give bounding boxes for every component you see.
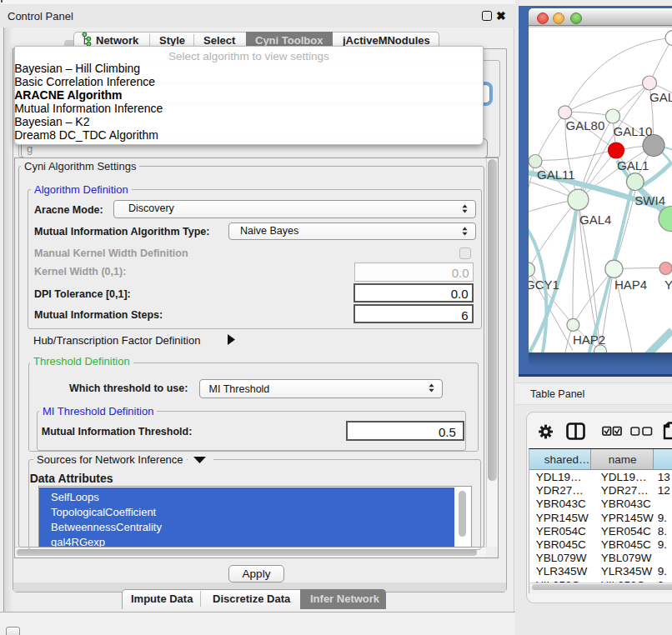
svg-text:GAL10: GAL10 [614, 123, 653, 138]
svg-text:GAL4: GAL4 [579, 212, 611, 226]
svg-text:GAL1: GAL1 [617, 158, 649, 172]
svg-text:GCY1: GCY1 [529, 278, 559, 292]
svg-text:GAL80: GAL80 [566, 118, 605, 132]
svg-text:HAP4: HAP4 [614, 277, 647, 291]
svg-text:HAP2: HAP2 [573, 332, 605, 347]
svg-text:SWI4: SWI4 [634, 192, 665, 207]
svg-text:GAL11: GAL11 [537, 168, 575, 182]
svg-text:YDR: YDR [664, 277, 672, 291]
svg-text:GAL2: GAL2 [649, 89, 672, 103]
